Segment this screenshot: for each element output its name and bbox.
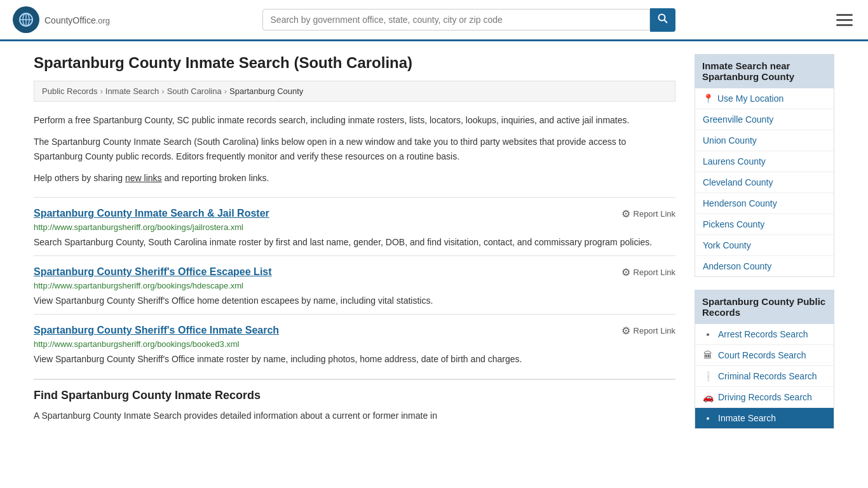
logo[interactable]: CountyOffice.org <box>13 6 110 33</box>
svg-line-6 <box>664 20 667 24</box>
arrest-records-link[interactable]: Arrest Records Search <box>718 329 808 339</box>
result-link-2[interactable]: Spartanburg County Sheriff's Office Esca… <box>34 266 272 277</box>
arrest-icon: ▪ <box>703 329 713 339</box>
result-desc-3: View Spartanburg County Sheriff's Office… <box>34 353 675 366</box>
new-links-link[interactable]: new links <box>125 173 162 183</box>
nearby-county-1: Union County <box>695 130 834 151</box>
result-item-2: Spartanburg County Sheriff's Office Esca… <box>34 255 675 314</box>
report-icon-1: ⚙ <box>621 208 630 220</box>
report-link-3[interactable]: ⚙ Report Link <box>621 325 675 337</box>
result-header-3: Spartanburg County Sheriff's Office Inma… <box>34 325 675 337</box>
result-desc-1: Search Spartanburg County, South Carolin… <box>34 236 675 249</box>
find-section: Find Spartanburg County Inmate Records A… <box>34 379 675 423</box>
result-desc-2: View Spartanburg County Sheriff's Office… <box>34 294 675 308</box>
description-p2: The Spartanburg County Inmate Search (So… <box>34 135 675 163</box>
court-icon: 🏛 <box>703 350 713 360</box>
breadcrumb-sep-1: › <box>100 86 102 96</box>
criminal-records-link[interactable]: Criminal Records Search <box>718 371 817 381</box>
help-text: Help others by sharing new links and rep… <box>34 171 675 185</box>
pub-rec-driving: 🚗 Driving Records Search <box>695 387 834 408</box>
search-button[interactable] <box>650 8 675 32</box>
nearby-county-2: Laurens County <box>695 151 834 172</box>
pub-rec-criminal: ❕ Criminal Records Search <box>695 366 834 387</box>
nearby-county-link-3[interactable]: Cleveland County <box>703 177 773 187</box>
result-header-1: Spartanburg County Inmate Search & Jail … <box>34 208 675 220</box>
nearby-county-5: Pickens County <box>695 214 834 235</box>
search-input[interactable] <box>262 9 650 30</box>
nearby-county-link-0[interactable]: Greenville County <box>703 114 773 125</box>
public-records-list: ▪ Arrest Records Search 🏛 Court Records … <box>695 324 834 429</box>
report-icon-3: ⚙ <box>621 325 630 337</box>
nearby-county-6: York County <box>695 235 834 256</box>
driving-records-link[interactable]: Driving Records Search <box>718 392 812 402</box>
breadcrumb-sep-3: › <box>224 86 227 96</box>
result-url-2[interactable]: http://www.spartanburgsheriff.org/bookin… <box>34 281 675 290</box>
nearby-header: Inmate Search near Spartanburg County <box>695 54 834 88</box>
nearby-section: Inmate Search near Spartanburg County 📍 … <box>695 54 834 277</box>
inmate-icon: ▪ <box>703 413 713 423</box>
result-title-3: Spartanburg County Sheriff's Office Inma… <box>34 325 279 336</box>
nearby-county-4: Henderson County <box>695 193 834 214</box>
nearby-county-link-6[interactable]: York County <box>703 240 751 250</box>
nearby-list: 📍 Use My Location Greenville County Unio… <box>695 88 834 277</box>
find-title: Find Spartanburg County Inmate Records <box>34 389 675 402</box>
breadcrumb-inmate-search[interactable]: Inmate Search <box>105 86 159 96</box>
logo-text: CountyOffice.org <box>44 13 110 27</box>
description-p1: Perform a free Spartanburg County, SC pu… <box>34 113 675 127</box>
result-title-1: Spartanburg County Inmate Search & Jail … <box>34 208 269 219</box>
result-header-2: Spartanburg County Sheriff's Office Esca… <box>34 266 675 278</box>
nearby-county-0: Greenville County <box>695 109 834 130</box>
svg-point-5 <box>658 15 665 21</box>
criminal-icon: ❕ <box>703 371 713 381</box>
content-area: Spartanburg County Inmate Search (South … <box>34 54 675 442</box>
result-item-1: Spartanburg County Inmate Search & Jail … <box>34 197 675 255</box>
nearby-county-link-1[interactable]: Union County <box>703 135 757 146</box>
result-title-2: Spartanburg County Sheriff's Office Esca… <box>34 266 272 278</box>
use-location-link[interactable]: Use My Location <box>717 93 783 104</box>
sidebar: Inmate Search near Spartanburg County 📍 … <box>695 54 834 442</box>
court-records-link[interactable]: Court Records Search <box>718 350 806 360</box>
page-title: Spartanburg County Inmate Search (South … <box>34 54 675 72</box>
result-link-3[interactable]: Spartanburg County Sheriff's Office Inma… <box>34 325 279 336</box>
breadcrumb-current: Spartanburg County <box>229 86 303 96</box>
menu-button[interactable] <box>834 11 855 29</box>
breadcrumb-south-carolina[interactable]: South Carolina <box>167 86 222 96</box>
pub-rec-court: 🏛 Court Records Search <box>695 345 834 366</box>
report-icon-2: ⚙ <box>621 266 630 278</box>
main-container: Spartanburg County Inmate Search (South … <box>21 41 847 454</box>
site-header: CountyOffice.org <box>0 0 868 41</box>
result-url-3[interactable]: http://www.spartanburgsheriff.org/bookin… <box>34 339 675 349</box>
driving-icon: 🚗 <box>703 392 713 402</box>
result-url-1[interactable]: http://www.spartanburgsheriff.org/bookin… <box>34 222 675 232</box>
result-link-1[interactable]: Spartanburg County Inmate Search & Jail … <box>34 208 269 219</box>
nearby-county-7: Anderson County <box>695 256 834 276</box>
nearby-county-3: Cleveland County <box>695 172 834 193</box>
location-pin-icon: 📍 <box>703 93 714 104</box>
result-item-3: Spartanburg County Sheriff's Office Inma… <box>34 314 675 372</box>
search-container <box>262 8 675 32</box>
breadcrumb-sep-2: › <box>161 86 164 96</box>
public-records-section: Spartanburg County Public Records ▪ Arre… <box>695 290 834 429</box>
nearby-county-link-4[interactable]: Henderson County <box>703 198 777 208</box>
nearby-county-link-5[interactable]: Pickens County <box>703 219 764 229</box>
report-link-2[interactable]: ⚙ Report Link <box>621 266 675 278</box>
nearby-county-link-7[interactable]: Anderson County <box>703 261 771 271</box>
report-link-1[interactable]: ⚙ Report Link <box>621 208 675 220</box>
logo-icon <box>13 6 39 33</box>
breadcrumb-public-records[interactable]: Public Records <box>42 86 97 96</box>
find-desc: A Spartanburg County Inmate Search provi… <box>34 409 675 423</box>
use-my-location-item[interactable]: 📍 Use My Location <box>695 88 834 109</box>
pub-rec-arrest: ▪ Arrest Records Search <box>695 324 834 345</box>
pub-rec-inmate: ▪ Inmate Search <box>695 408 834 428</box>
nearby-county-link-2[interactable]: Laurens County <box>703 156 766 166</box>
inmate-search-link[interactable]: Inmate Search <box>718 413 776 423</box>
breadcrumb: Public Records › Inmate Search › South C… <box>34 81 675 102</box>
public-records-header: Spartanburg County Public Records <box>695 290 834 324</box>
